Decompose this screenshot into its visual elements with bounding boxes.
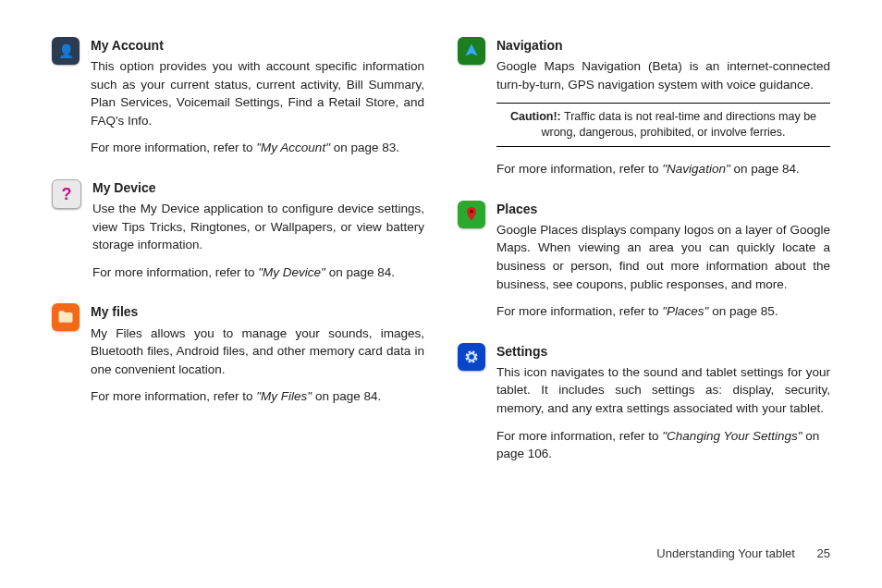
entry-my-account: 👤 My Account This option provides you wi… [52, 37, 424, 166]
entry-title: Navigation [496, 37, 830, 54]
entry-desc: This option provides you with account sp… [91, 57, 424, 129]
folder-icon [52, 303, 80, 331]
entry-title: My Device [92, 179, 424, 196]
entry-ref: For more information, refer to "Changing… [496, 427, 830, 463]
entry-my-device: ? My Device Use the My Device applicatio… [52, 179, 424, 290]
entry-ref: For more information, refer to "My Files… [91, 387, 424, 406]
entry-title: Places [496, 201, 830, 217]
entry-ref: For more information, refer to "Places" … [496, 302, 830, 321]
entry-my-files: My files My Files allows you to manage y… [52, 303, 424, 414]
footer-page-number: 25 [817, 546, 830, 560]
entry-ref: For more information, refer to "Navigati… [496, 160, 830, 178]
entry-desc: This icon navigates to the sound and tab… [496, 363, 830, 418]
map-pin-icon [458, 201, 485, 228]
entry-ref: For more information, refer to "My Devic… [92, 263, 424, 282]
entry-title: My Account [91, 37, 424, 54]
entry-settings: Settings This icon navigates to the soun… [458, 343, 830, 472]
left-column: 👤 My Account This option provides you wi… [52, 37, 424, 485]
entry-title: My files [91, 303, 424, 320]
svg-point-2 [469, 354, 473, 359]
page-body: 👤 My Account This option provides you wi… [0, 0, 882, 485]
entry-desc: Google Maps Navigation (Beta) is an inte… [496, 57, 830, 93]
caution-text: Traffic data is not real-time and direct… [541, 110, 816, 139]
entry-desc: Google Places displays company logos on … [496, 221, 830, 293]
help-icon: ? [52, 179, 81, 209]
footer-section: Understanding Your tablet [656, 546, 795, 560]
entry-places: Places Google Places displays company lo… [458, 201, 830, 330]
caution-box: Caution!: Traffic data is not real-time … [496, 103, 830, 147]
caution-label: Caution!: [510, 110, 561, 123]
account-icon: 👤 [52, 37, 80, 65]
page-footer: Understanding Your tablet 25 [656, 546, 830, 560]
right-column: Navigation Google Maps Navigation (Beta)… [458, 37, 830, 485]
entry-title: Settings [496, 343, 830, 360]
entry-desc: Use the My Device application to configu… [92, 200, 424, 254]
entry-ref: For more information, refer to "My Accou… [91, 139, 424, 157]
svg-point-0 [470, 209, 473, 213]
entry-desc: My Files allows you to manage your sound… [91, 325, 424, 379]
gear-icon [458, 343, 485, 371]
entry-navigation: Navigation Google Maps Navigation (Beta)… [458, 37, 830, 188]
navigation-arrow-icon [458, 37, 485, 65]
